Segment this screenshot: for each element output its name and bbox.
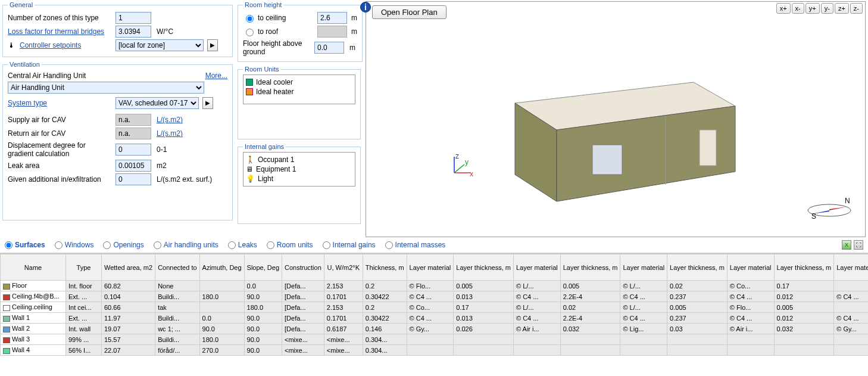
- cell[interactable]: 0.30422: [363, 291, 407, 302]
- col-header[interactable]: Type: [66, 254, 102, 281]
- col-header[interactable]: U, W/m2°K: [324, 254, 363, 281]
- cell[interactable]: [Defa...: [282, 281, 324, 291]
- cell[interactable]: Ext. ...: [66, 291, 102, 302]
- cell[interactable]: Buildi...: [155, 291, 199, 302]
- cell[interactable]: 19.07: [102, 324, 155, 334]
- open-floor-plan-button[interactable]: Open Floor Plan: [372, 5, 447, 19]
- cell[interactable]: [407, 334, 454, 345]
- cell[interactable]: 0.02: [560, 302, 620, 313]
- tab-air-handling-units[interactable]: Air handling units: [154, 240, 218, 250]
- cell[interactable]: Int. floor: [66, 281, 102, 291]
- exf-input[interactable]: [115, 173, 151, 185]
- cell[interactable]: Buildi...: [155, 334, 199, 345]
- cell[interactable]: [199, 302, 244, 313]
- cell[interactable]: © C4 ...: [620, 313, 667, 324]
- cell[interactable]: [620, 334, 667, 345]
- cell[interactable]: 0.0: [199, 313, 244, 324]
- table-row[interactable]: Wall 399% ...15.57Buildi...180.090.0<mix…: [1, 334, 869, 345]
- cell[interactable]: 0.17: [774, 281, 834, 291]
- cell[interactable]: © L/...: [620, 302, 667, 313]
- cell[interactable]: Buildi...: [155, 313, 199, 324]
- cell[interactable]: © Flo...: [407, 281, 454, 291]
- cell[interactable]: 90.0: [244, 324, 282, 334]
- view-xplus-button[interactable]: x+: [776, 3, 791, 14]
- cell[interactable]: 0.013: [454, 313, 514, 324]
- cell[interactable]: [514, 345, 561, 356]
- cell[interactable]: [514, 334, 561, 345]
- disp-input[interactable]: [115, 144, 151, 156]
- cell[interactable]: 180.0: [244, 302, 282, 313]
- cell[interactable]: © C4 ...: [407, 313, 454, 324]
- setpoints-combo[interactable]: [local for zone]: [115, 39, 204, 51]
- cell[interactable]: [774, 345, 834, 356]
- cell[interactable]: 60.66: [102, 302, 155, 313]
- cell[interactable]: Ext. ...: [66, 313, 102, 324]
- col-header[interactable]: Connected to: [155, 254, 199, 281]
- cell[interactable]: 0.032: [560, 324, 620, 334]
- cell[interactable]: [454, 345, 514, 356]
- systype-link[interactable]: System type: [8, 99, 112, 107]
- cell[interactable]: 180.0: [199, 334, 244, 345]
- col-header[interactable]: Wetted area, m2: [102, 254, 155, 281]
- cell[interactable]: 0.1701: [324, 291, 363, 302]
- col-header[interactable]: Layer thickness, m: [560, 254, 620, 281]
- cell[interactable]: 2.153: [324, 281, 363, 291]
- cell[interactable]: wc 1; ...: [155, 324, 199, 334]
- col-header[interactable]: Slope, Deg: [244, 254, 282, 281]
- col-header[interactable]: Layer thickness, m: [667, 254, 728, 281]
- cell[interactable]: [199, 281, 244, 291]
- return-unit-link[interactable]: L/(s.m2): [157, 129, 183, 138]
- view-zminus-button[interactable]: z-: [850, 3, 863, 14]
- cell[interactable]: [560, 345, 620, 356]
- cell[interactable]: [620, 345, 667, 356]
- cell[interactable]: [727, 334, 774, 345]
- cell[interactable]: 0.012: [774, 291, 834, 302]
- ahu-more-link[interactable]: More...: [205, 72, 227, 80]
- table-row[interactable]: FloorInt. floor60.82None0.0[Defa...2.153…: [1, 281, 869, 291]
- tab-leaks[interactable]: Leaks: [228, 240, 257, 250]
- cell[interactable]: 0.005: [454, 281, 514, 291]
- cell[interactable]: © L/...: [620, 281, 667, 291]
- cell[interactable]: tak: [155, 302, 199, 313]
- tab-radio[interactable]: [323, 241, 330, 249]
- internal-gains-list[interactable]: 🚶Occupant 1 🖥Equipment 1 💡Light: [243, 152, 355, 187]
- tab-openings[interactable]: Openings: [103, 240, 143, 250]
- cell[interactable]: [454, 334, 514, 345]
- cell[interactable]: 0.6187: [324, 324, 363, 334]
- cell[interactable]: [774, 334, 834, 345]
- loss-input[interactable]: [115, 26, 151, 38]
- cell[interactable]: 90.0: [244, 313, 282, 324]
- room-units-list[interactable]: Ideal cooler Ideal heater: [243, 74, 355, 104]
- cell[interactable]: [834, 334, 868, 345]
- table-row[interactable]: Ceiling.f4b@B...Ext. ...0.104Buildi...18…: [1, 291, 869, 302]
- ceiling-height-input[interactable]: [317, 12, 347, 24]
- cell[interactable]: 0.013: [454, 291, 514, 302]
- systype-go-button[interactable]: ▶: [202, 97, 213, 109]
- cell[interactable]: [Defa...: [282, 313, 324, 324]
- cell[interactable]: 0.02: [667, 281, 728, 291]
- cell[interactable]: Floor: [1, 281, 66, 291]
- cell[interactable]: Int cei...: [66, 302, 102, 313]
- setpoints-link[interactable]: Controller setpoints: [20, 41, 112, 49]
- cell[interactable]: 0.30422: [363, 313, 407, 324]
- tab-radio[interactable]: [385, 241, 393, 249]
- cell[interactable]: © C4 ...: [727, 291, 774, 302]
- cell[interactable]: 60.82: [102, 281, 155, 291]
- tab-room-units[interactable]: Room units: [267, 240, 313, 250]
- cell[interactable]: 0.1701: [324, 313, 363, 324]
- cell[interactable]: © C4 ...: [514, 291, 561, 302]
- col-header[interactable]: Layer material: [834, 254, 868, 281]
- col-header[interactable]: Layer material: [514, 254, 561, 281]
- cell[interactable]: © Air i...: [727, 324, 774, 334]
- info-icon[interactable]: i: [360, 2, 371, 13]
- cell[interactable]: © L/...: [514, 302, 561, 313]
- tab-radio[interactable]: [228, 241, 236, 249]
- expand-icon[interactable]: ⛶: [854, 240, 863, 250]
- cell[interactable]: 2.2E-4: [560, 291, 620, 302]
- cell[interactable]: föråd/...: [155, 345, 199, 356]
- cell[interactable]: 0.0: [244, 281, 282, 291]
- cell[interactable]: 0.146: [363, 324, 407, 334]
- cell[interactable]: 2.2E-4: [560, 313, 620, 324]
- tab-surfaces[interactable]: Surfaces: [5, 240, 45, 250]
- cell[interactable]: 90.0: [199, 324, 244, 334]
